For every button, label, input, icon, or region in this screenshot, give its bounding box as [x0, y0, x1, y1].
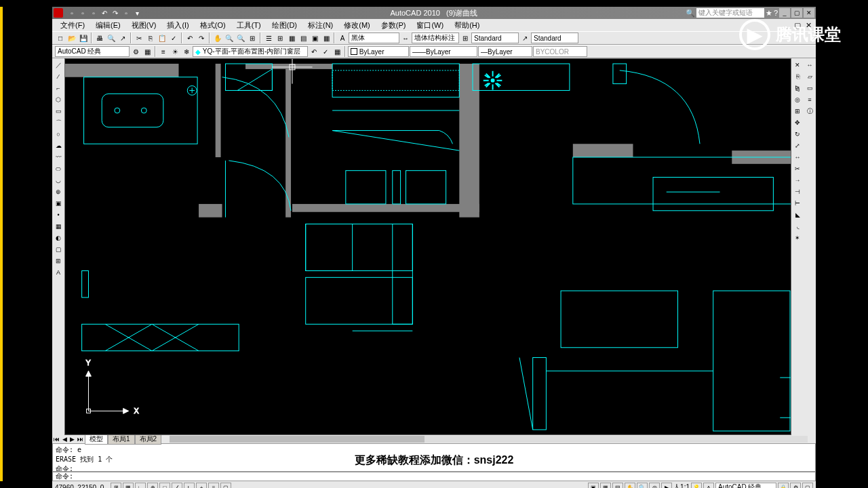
- menu-window[interactable]: 窗口(W): [411, 19, 449, 32]
- search-input[interactable]: 键入关键字或短语: [696, 8, 764, 18]
- mtext-icon[interactable]: A: [53, 267, 64, 278]
- explode-icon[interactable]: ✶: [792, 232, 803, 243]
- line-icon[interactable]: ／: [53, 60, 64, 70]
- menu-draw[interactable]: 绘图(D): [267, 19, 302, 32]
- menu-tools[interactable]: 工具(T): [231, 19, 267, 32]
- cut-icon[interactable]: ✂: [134, 33, 144, 43]
- qat-redo-icon[interactable]: ↷: [111, 8, 120, 18]
- preview-icon[interactable]: 🔍: [106, 33, 117, 43]
- rectangle-icon[interactable]: ▭: [53, 106, 64, 117]
- qat-print-icon[interactable]: ▫: [121, 8, 131, 18]
- join-icon[interactable]: ⊢: [792, 198, 803, 209]
- region2-icon[interactable]: ▭: [804, 83, 815, 94]
- doc-restore-icon[interactable]: ▢: [793, 21, 802, 30]
- spline-icon[interactable]: 〰: [53, 152, 64, 163]
- calc-icon[interactable]: ▦: [321, 33, 332, 43]
- help-icon[interactable]: ?: [774, 9, 778, 17]
- hscroll-thumb[interactable]: [170, 436, 425, 443]
- arc-icon[interactable]: ⌒: [53, 117, 64, 128]
- break-icon[interactable]: ⊣: [792, 186, 803, 197]
- new-icon[interactable]: □: [55, 33, 66, 43]
- offset-icon[interactable]: ◎: [792, 94, 803, 105]
- gradient-icon[interactable]: ◐: [53, 232, 64, 243]
- dyn-toggle[interactable]: +: [196, 483, 207, 488]
- infocenter-icon[interactable]: 🔍: [686, 9, 695, 18]
- zoom-prev-icon[interactable]: 🔍: [235, 33, 246, 43]
- layer-match-icon[interactable]: ✓: [320, 46, 331, 57]
- plotstyle-dropdown[interactable]: BYCOLOR: [533, 46, 587, 57]
- stretch-icon[interactable]: ↔: [792, 152, 803, 163]
- tab-nav-first-icon[interactable]: ⏮: [52, 436, 61, 443]
- workspace-settings-icon[interactable]: ⚙: [130, 46, 141, 57]
- open-icon[interactable]: 📂: [66, 33, 77, 43]
- qat-new-icon[interactable]: ▫: [67, 8, 77, 18]
- showmotion-icon[interactable]: ▶: [661, 483, 672, 488]
- zoom-window-icon[interactable]: ⊞: [247, 33, 258, 43]
- annoscale-display[interactable]: 人1:1: [673, 483, 690, 488]
- zoom-status-icon[interactable]: 🔍: [637, 483, 648, 488]
- tab-layout2[interactable]: 布局2: [135, 434, 162, 445]
- id-icon[interactable]: ⓘ: [804, 106, 815, 117]
- paste-icon[interactable]: 📋: [157, 33, 167, 43]
- tab-nav-last-icon[interactable]: ⏭: [76, 436, 85, 443]
- rotate-icon[interactable]: ↻: [792, 129, 803, 140]
- color-dropdown[interactable]: ByLayer: [348, 46, 409, 57]
- sheetset-icon[interactable]: ▤: [298, 33, 309, 43]
- save-icon[interactable]: 💾: [78, 33, 89, 43]
- pan-status-icon[interactable]: ✋: [625, 483, 635, 488]
- layer-manager-icon[interactable]: ≡: [158, 46, 169, 57]
- copy-icon[interactable]: ⎘: [145, 33, 156, 43]
- layer-dropdown[interactable]: ◆ YQ-平面-平面布置图-内部门窗层: [193, 46, 308, 57]
- publish-icon[interactable]: ↗: [117, 33, 128, 43]
- workspace-save-icon[interactable]: ▦: [142, 46, 153, 57]
- hatch-icon[interactable]: ▦: [53, 221, 64, 232]
- model-paper-toggle[interactable]: ▣: [588, 483, 599, 488]
- region-icon[interactable]: ▢: [53, 244, 64, 255]
- move-icon[interactable]: ✥: [792, 117, 803, 128]
- tab-model[interactable]: 模型: [85, 434, 108, 445]
- linetype-dropdown[interactable]: —— ByLayer: [410, 46, 477, 57]
- menu-dimension[interactable]: 标注(N): [302, 19, 338, 32]
- circle-icon[interactable]: ○: [53, 129, 64, 140]
- extend-icon[interactable]: →: [792, 175, 803, 186]
- tab-layout1[interactable]: 布局1: [108, 434, 135, 445]
- drawing-canvas[interactable]: X Y: [64, 58, 791, 435]
- annoauto-icon[interactable]: A: [703, 483, 714, 488]
- textstyle1-dropdown[interactable]: Standard: [471, 33, 519, 43]
- copy-obj-icon[interactable]: ⎘: [792, 71, 803, 82]
- chamfer-icon[interactable]: ◣: [792, 209, 803, 220]
- osnap-toggle[interactable]: □: [159, 483, 170, 488]
- designcenter-icon[interactable]: ⊞: [275, 33, 285, 43]
- doc-minimize-icon[interactable]: _: [782, 21, 791, 30]
- properties-icon[interactable]: ☰: [263, 33, 274, 43]
- pan-icon[interactable]: ✋: [212, 33, 223, 43]
- workspace-status-dropdown[interactable]: AutoCAD 经典: [715, 483, 776, 488]
- dimstyle-dropdown[interactable]: 墙体结构标注: [412, 33, 459, 43]
- tablestyle-icon[interactable]: ⊞: [460, 33, 471, 43]
- layer-iso-icon[interactable]: ▦: [332, 46, 342, 57]
- wheel-icon[interactable]: ◎: [649, 483, 660, 488]
- erase-icon[interactable]: ✕: [792, 60, 803, 70]
- ellipse-icon[interactable]: ⬭: [53, 163, 64, 174]
- mleader-icon[interactable]: ↗: [519, 33, 530, 43]
- qp-toggle[interactable]: ▢: [220, 483, 231, 488]
- hscroll-track[interactable]: [170, 436, 808, 443]
- trim-icon[interactable]: ✂: [792, 163, 803, 174]
- lwt-toggle[interactable]: ≡: [208, 483, 219, 488]
- qvlayout-icon[interactable]: ▤: [612, 483, 623, 488]
- lock-icon[interactable]: 🔒: [778, 483, 789, 488]
- cleanscreen-icon[interactable]: ▢: [802, 483, 813, 488]
- plot-icon[interactable]: 🖶: [94, 33, 105, 43]
- snap-toggle[interactable]: ⊞: [111, 483, 121, 488]
- list-icon[interactable]: ≡: [804, 94, 815, 105]
- pline-icon[interactable]: ⌐: [53, 83, 64, 94]
- lineweight-dropdown[interactable]: — ByLayer: [478, 46, 532, 57]
- menu-format[interactable]: 格式(O): [195, 19, 231, 32]
- insert-icon[interactable]: ⊕: [53, 186, 64, 197]
- dimstyle-icon[interactable]: ↔: [400, 33, 411, 43]
- ortho-toggle[interactable]: ∟: [135, 483, 146, 488]
- menu-modify[interactable]: 修改(M): [338, 19, 376, 32]
- scale-icon[interactable]: ⤢: [792, 140, 803, 151]
- revcloud-icon[interactable]: ☁: [53, 140, 64, 151]
- menu-file[interactable]: 文件(F): [55, 19, 90, 32]
